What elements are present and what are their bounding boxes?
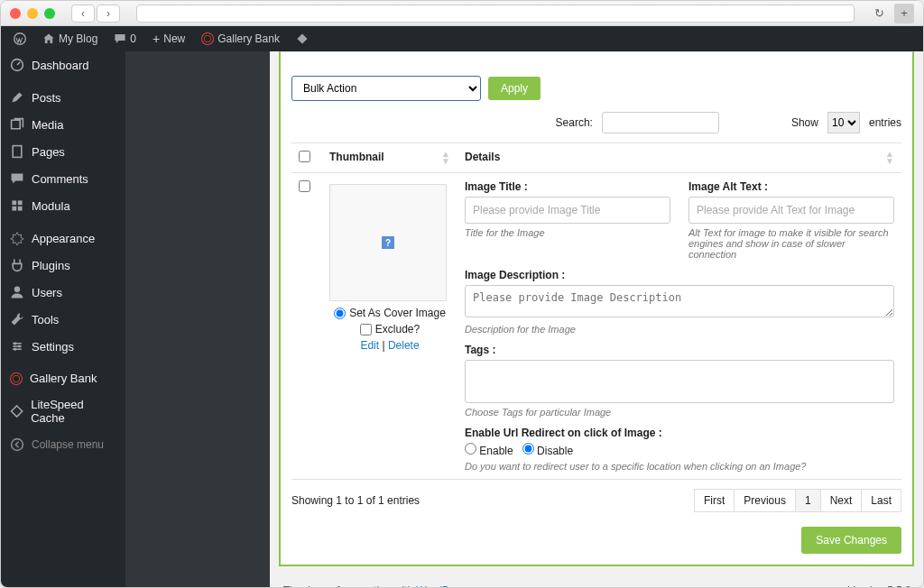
svg-rect-2 [13,146,22,158]
column-thumbnail[interactable]: Thumbnail▲▼ [322,143,457,172]
wp-admin-bar: My Blog 0 +New Gallery Bank [1,26,923,51]
sidebar-item-pages[interactable]: Pages [1,138,125,165]
cover-image-label: Set As Cover Image [349,307,446,319]
redirect-label: Enable Url Redirect on click of Image : [465,427,894,439]
sidebar-item-posts[interactable]: Posts [1,84,125,111]
sidebar-item-modula[interactable]: Modula [1,192,125,219]
show-label: Show [791,116,818,129]
cover-image-radio[interactable] [334,308,346,319]
site-name-link[interactable]: My Blog [35,26,105,51]
row-checkbox[interactable] [299,180,310,192]
aperture-icon [10,372,23,385]
tags-label: Tags : [465,344,894,356]
broken-image-icon: ? [382,236,394,249]
sidebar-item-dashboard[interactable]: Dashboard [1,51,125,78]
page-next[interactable]: Next [821,489,863,512]
svg-point-11 [12,439,23,451]
pagination: First Previous 1 Next Last [694,489,901,512]
enable-option[interactable]: Enable [465,443,513,457]
sidebar-item-litespeed[interactable]: LiteSpeed Cache [1,391,125,431]
thumbnail-preview: ? [329,184,447,301]
search-label: Search: [556,116,593,129]
svg-point-9 [18,345,21,347]
gallery-panel: Bulk Action Apply Search: Show 10 entrie… [279,51,914,566]
maximize-window-icon[interactable] [44,8,55,19]
sidebar-item-settings[interactable]: Settings [1,333,125,360]
image-alt-input[interactable] [688,197,894,224]
admin-sidebar: Dashboard Posts Media Pages Comments Mod… [1,51,125,587]
aperture-icon [201,32,214,45]
sidebar-item-users[interactable]: Users [1,279,125,306]
table-row: ? Set As Cover Image Exclude? Edit | Del… [291,173,901,480]
exclude-label: Exclude? [375,323,420,335]
images-table: Thumbnail▲▼ Details▲▼ ? Set As Cover Ima… [291,142,901,480]
page-current[interactable]: 1 [796,489,821,512]
sidebar-item-comments[interactable]: Comments [1,165,125,192]
delete-link[interactable]: Delete [388,339,420,352]
svg-point-8 [14,342,16,345]
close-window-icon[interactable] [10,8,21,19]
collapse-menu[interactable]: Collapse menu [1,431,125,458]
sidebar-item-plugins[interactable]: Plugins [1,252,125,279]
svg-point-10 [14,348,16,351]
browser-titlebar: ‹ › ↻ + [1,1,923,26]
svg-rect-6 [18,207,23,211]
sidebar-item-gallery-bank[interactable]: Gallery Bank [1,365,125,391]
diamond-link[interactable] [289,26,316,51]
reload-icon[interactable]: ↻ [871,5,887,22]
column-details[interactable]: Details▲▼ [457,143,901,172]
entries-select[interactable]: 10 [827,112,860,133]
svg-point-7 [14,287,20,292]
svg-point-0 [14,33,26,45]
page-first[interactable]: First [694,489,735,512]
minimize-window-icon[interactable] [27,8,38,19]
image-title-input[interactable] [465,197,670,224]
sidebar-item-tools[interactable]: Tools [1,306,125,333]
image-title-help: Title for the Image [465,227,670,238]
svg-rect-5 [12,207,16,211]
new-content-link[interactable]: +New [145,26,192,51]
sidebar-item-media[interactable]: Media [1,111,125,138]
tags-input[interactable] [465,360,894,403]
image-desc-input[interactable] [465,285,894,317]
plugin-subsidebar [125,51,270,587]
bulk-action-select[interactable]: Bulk Action [291,76,481,101]
new-tab-button[interactable]: + [894,4,914,23]
edit-link[interactable]: Edit [360,339,379,352]
wordpress-link[interactable]: WordPress [415,584,468,587]
entries-label: entries [869,116,901,129]
redirect-help: Do you want to redirect user to a specif… [465,461,894,472]
save-changes-button[interactable]: Save Changes [801,527,901,554]
content-area: Bulk Action Apply Search: Show 10 entrie… [270,51,923,587]
svg-rect-4 [18,200,23,205]
address-bar[interactable] [136,5,855,23]
version-text: Version 5.5.3 [847,584,910,587]
image-desc-help: Description for the Image [465,324,894,335]
table-info: Showing 1 to 1 of 1 entries [291,494,420,507]
page-last[interactable]: Last [862,489,901,512]
select-all-checkbox[interactable] [299,151,310,162]
page-previous[interactable]: Previous [735,489,796,512]
comments-link[interactable]: 0 [106,26,143,51]
wp-footer: Thank you for creating with WordPress. V… [270,575,923,587]
gallery-bank-link[interactable]: Gallery Bank [194,26,287,51]
search-input[interactable] [602,112,719,133]
image-alt-label: Image Alt Text : [688,180,894,193]
sidebar-item-appearance[interactable]: Appearance [1,225,125,252]
back-button[interactable]: ‹ [71,5,95,23]
tags-help: Choose Tags for particular Image [465,407,894,418]
apply-button[interactable]: Apply [488,77,541,100]
svg-rect-3 [12,200,16,205]
forward-button[interactable]: › [97,5,120,23]
exclude-checkbox[interactable] [360,324,372,335]
image-alt-help: Alt Text for image to make it visible fo… [688,227,894,260]
window-controls [10,8,55,19]
disable-option[interactable]: Disable [522,443,573,457]
image-title-label: Image Title : [465,180,670,193]
image-desc-label: Image Description : [465,269,894,281]
wp-logo[interactable] [6,26,33,51]
